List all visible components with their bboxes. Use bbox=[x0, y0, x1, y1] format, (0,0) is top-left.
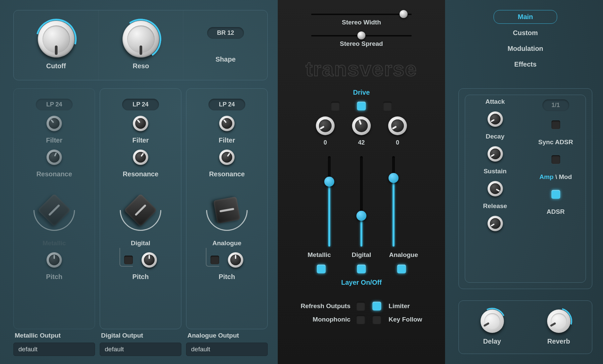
drive-enable-metallic[interactable] bbox=[331, 102, 340, 110]
filter-type-metallic[interactable]: LP 24 bbox=[36, 99, 73, 110]
filter-label-digital: Filter bbox=[133, 136, 149, 144]
attack-knob[interactable] bbox=[488, 111, 503, 127]
output-label-metallic: Metallic Output bbox=[13, 332, 95, 339]
adsr-checkbox[interactable] bbox=[551, 190, 560, 199]
level-slider-analogue[interactable] bbox=[386, 156, 401, 247]
tab-list: Main Custom Modulation Effects bbox=[448, 0, 602, 71]
stereo-width-slider[interactable] bbox=[311, 11, 412, 17]
drive-knob-metallic[interactable] bbox=[316, 116, 335, 135]
left-column: Cutoff Reso BR 12 Shape LP 24 Filter Res… bbox=[13, 10, 271, 354]
level-slider-metallic[interactable] bbox=[322, 156, 337, 247]
tab-custom[interactable]: Custom bbox=[494, 26, 557, 39]
middle-column: Stereo Width Stereo Spread transverse Dr… bbox=[278, 0, 445, 364]
monophonic-label: Monophonic bbox=[300, 316, 350, 323]
level-slider-digital[interactable] bbox=[354, 156, 369, 247]
adsr-panel: Attack Decay Sustain Release 1/1 Sync AD… bbox=[458, 88, 592, 289]
sound-name-analogue: Analogue bbox=[212, 240, 242, 247]
sound-select-digital[interactable] bbox=[114, 183, 167, 237]
resonance-label-metallic: Resonance bbox=[36, 170, 72, 178]
sustain-label: Sustain bbox=[484, 168, 507, 175]
limiter-checkbox[interactable] bbox=[372, 302, 381, 310]
layer-on-analogue[interactable] bbox=[397, 265, 406, 273]
adsr-knobs-col: Attack Decay Sustain Release bbox=[468, 98, 522, 279]
brand-logo: transverse bbox=[306, 57, 417, 81]
shape-label: Shape bbox=[216, 56, 236, 63]
resonance-knob-analogue[interactable] bbox=[219, 150, 235, 165]
resonance-knob-metallic[interactable] bbox=[47, 150, 62, 165]
layer-labels: Metallic Digital Analogue bbox=[303, 251, 420, 259]
release-knob[interactable] bbox=[488, 216, 503, 231]
drive-knob-row: 0 42 0 bbox=[316, 116, 407, 146]
tab-main[interactable]: Main bbox=[494, 10, 557, 24]
reverb-knob[interactable] bbox=[547, 309, 571, 333]
adsr-toggle-label: ADSR bbox=[547, 208, 565, 215]
limiter-label: Limiter bbox=[389, 302, 422, 310]
delay-label: Delay bbox=[483, 338, 501, 345]
release-label: Release bbox=[483, 202, 507, 210]
shape-cell: BR 12 Shape bbox=[183, 10, 268, 80]
link-bracket-analogue bbox=[206, 248, 219, 267]
attack-label: Attack bbox=[485, 98, 505, 105]
pitch-knob-analogue[interactable] bbox=[228, 252, 243, 268]
stereo-spread-slider[interactable] bbox=[311, 33, 412, 38]
filter-knob-analogue[interactable] bbox=[219, 116, 235, 131]
adsr-right-col: 1/1 Sync ADSR Amp \ Mod ADSR bbox=[529, 98, 583, 279]
pitch-label-metallic: Pitch bbox=[46, 273, 63, 281]
reso-knob[interactable] bbox=[122, 21, 159, 58]
link-bracket-digital bbox=[119, 248, 133, 267]
layer-on-row bbox=[317, 265, 406, 273]
cutoff-knob[interactable] bbox=[38, 21, 75, 58]
output-select-metallic[interactable]: default bbox=[13, 343, 95, 356]
right-column: Main Custom Modulation Effects Attack De… bbox=[448, 0, 602, 364]
layer-on-digital[interactable] bbox=[357, 265, 366, 273]
drive-knob-digital[interactable] bbox=[352, 116, 371, 135]
key-follow-checkbox[interactable] bbox=[372, 315, 381, 324]
refresh-outputs-label: Refresh Outputs bbox=[300, 302, 350, 310]
delay-knob[interactable] bbox=[481, 309, 504, 333]
resonance-knob-digital[interactable] bbox=[133, 150, 148, 165]
layer-label-digital: Digital bbox=[345, 251, 377, 259]
sound-select-analogue[interactable] bbox=[200, 183, 254, 237]
stereo-spread-label: Stereo Spread bbox=[340, 40, 383, 48]
plugin-root: Cutoff Reso BR 12 Shape LP 24 Filter Res… bbox=[0, 0, 603, 364]
layer-label-analogue: Analogue bbox=[387, 251, 420, 259]
filter-label-metallic: Filter bbox=[46, 136, 63, 144]
pitch-label-digital: Pitch bbox=[133, 273, 149, 281]
sustain-knob[interactable] bbox=[488, 181, 503, 196]
drive-enable-digital[interactable] bbox=[357, 102, 366, 110]
drive-knob-analogue[interactable] bbox=[388, 116, 407, 135]
output-select-analogue[interactable]: default bbox=[186, 343, 268, 356]
channel-digital: LP 24 Filter Resonance Digital Pitch bbox=[100, 88, 181, 329]
output-select-digital[interactable]: default bbox=[100, 343, 181, 356]
drive-enable-analogue[interactable] bbox=[383, 102, 392, 110]
decay-knob[interactable] bbox=[488, 146, 503, 162]
layer-on-metallic[interactable] bbox=[317, 265, 326, 273]
sound-name-digital: Digital bbox=[131, 240, 150, 247]
drive-enable-row bbox=[331, 102, 392, 110]
sync-adsr-checkbox[interactable] bbox=[551, 120, 560, 129]
filter-knob-digital[interactable] bbox=[133, 116, 148, 131]
drive-value-digital: 42 bbox=[358, 139, 365, 146]
monophonic-checkbox[interactable] bbox=[356, 315, 365, 324]
delay-reverb-panel: Delay Reverb bbox=[458, 300, 592, 354]
sound-name-metallic: Metallic bbox=[42, 240, 66, 247]
pitch-knob-digital[interactable] bbox=[142, 252, 157, 268]
filter-knob-metallic[interactable] bbox=[47, 116, 62, 131]
pitch-knob-metallic[interactable] bbox=[47, 252, 62, 268]
ampmod-checkbox[interactable] bbox=[551, 155, 560, 164]
sound-select-metallic[interactable] bbox=[27, 183, 81, 237]
adsr-rate-dropdown[interactable]: 1/1 bbox=[542, 99, 569, 111]
tab-effects[interactable]: Effects bbox=[494, 58, 557, 71]
filter-type-digital[interactable]: LP 24 bbox=[122, 99, 159, 110]
options-grid: Refresh Outputs Limiter Monophonic Key F… bbox=[300, 302, 422, 324]
filter-type-analogue[interactable]: LP 24 bbox=[208, 99, 245, 110]
drive-value-metallic: 0 bbox=[324, 139, 327, 146]
channels-row: LP 24 Filter Resonance Metallic Pitch LP… bbox=[13, 88, 268, 329]
layer-label-metallic: Metallic bbox=[303, 251, 335, 259]
refresh-outputs-checkbox[interactable] bbox=[356, 302, 365, 310]
tab-modulation[interactable]: Modulation bbox=[494, 42, 557, 55]
key-follow-label: Key Follow bbox=[389, 316, 422, 323]
drive-value-analogue: 0 bbox=[396, 139, 399, 146]
shape-dropdown[interactable]: BR 12 bbox=[207, 27, 244, 39]
filter-label-analogue: Filter bbox=[219, 136, 235, 144]
